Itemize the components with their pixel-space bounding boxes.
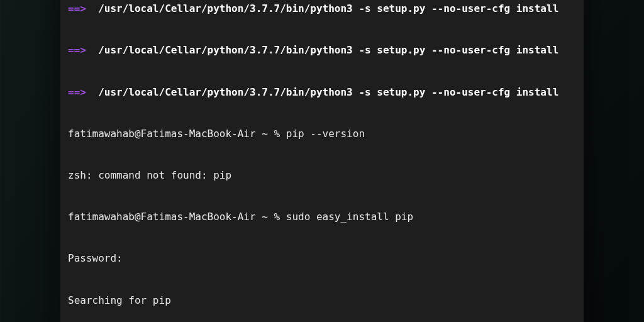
brew-step: /usr/local/Cellar/python/3.7.7/bin/pytho… <box>98 44 558 56</box>
terminal-line: ==> /usr/local/Cellar/python/3.7.7/bin/p… <box>68 86 576 99</box>
brew-arrow-icon: ==> <box>68 86 86 98</box>
terminal-line: fatimawahab@Fatimas-MacBook-Air ~ % sudo… <box>68 210 576 224</box>
terminal-window: fatimawahab — Python ‹ sudo — 80×16 zsh:… <box>60 0 584 322</box>
terminal-line: fatimawahab@Fatimas-MacBook-Air ~ % pip … <box>68 127 576 141</box>
terminal-line: Password: <box>68 252 576 265</box>
terminal-line: zsh: command not found: pip <box>68 169 576 182</box>
terminal-body[interactable]: zsh: command not found: pip fatimawahab@… <box>60 0 584 322</box>
terminal-line: ==> /usr/local/Cellar/python/3.7.7/bin/p… <box>68 2 576 16</box>
brew-arrow-icon: ==> <box>68 44 86 56</box>
terminal-line: Searching for pip <box>68 294 576 308</box>
terminal-line: ==> /usr/local/Cellar/python/3.7.7/bin/p… <box>68 43 576 57</box>
brew-step: /usr/local/Cellar/python/3.7.7/bin/pytho… <box>98 86 558 98</box>
brew-step: /usr/local/Cellar/python/3.7.7/bin/pytho… <box>98 3 558 14</box>
brew-arrow-icon: ==> <box>68 3 86 14</box>
